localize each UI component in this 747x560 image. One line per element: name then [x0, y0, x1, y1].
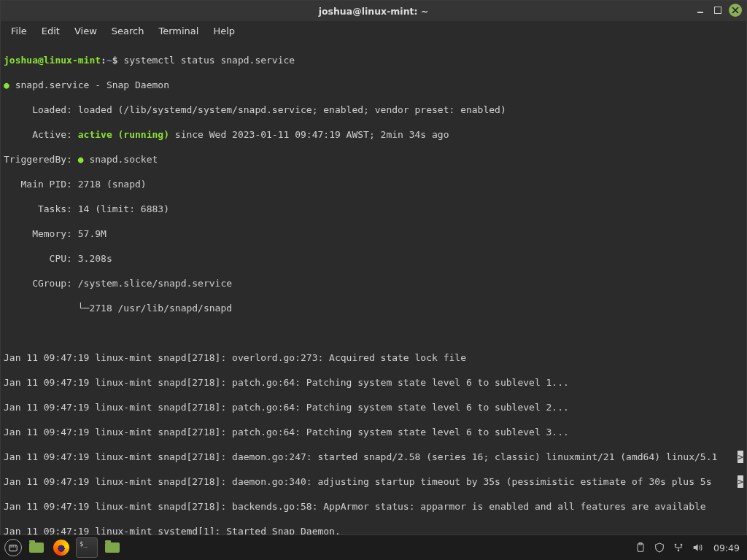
network-tray-icon[interactable]	[673, 542, 684, 553]
titlebar[interactable]: joshua@linux-mint: ~	[1, 1, 746, 21]
line-continuation-marker: >	[738, 451, 743, 463]
folder-icon	[29, 542, 44, 553]
firefox-icon	[53, 540, 69, 556]
folder-icon	[105, 542, 120, 553]
triggeredby-label: TriggeredBy:	[4, 154, 78, 165]
log-line: Jan 11 09:47:19 linux-mint snapd[2718]: …	[4, 351, 743, 364]
svg-point-5	[675, 544, 677, 546]
triggered-bullet-icon: ●	[78, 154, 90, 165]
mainpid-label: Main PID:	[4, 179, 78, 190]
cgroup-child: └─2718 /usr/lib/snapd/snapd	[4, 303, 232, 314]
cpu-label: CPU:	[4, 253, 78, 264]
panel-clock[interactable]: 09:49	[711, 542, 743, 553]
clipboard-tray-icon[interactable]	[635, 542, 646, 553]
menu-file[interactable]: File	[5, 23, 33, 39]
prompt-colon: :	[101, 55, 107, 66]
window-controls	[694, 4, 742, 17]
menubar: File Edit View Search Terminal Help	[1, 21, 746, 40]
tasks-value: 14 (limit: 6883)	[78, 203, 169, 214]
terminal-output[interactable]: joshua@linux-mint:~$ systemctl status sn…	[1, 40, 746, 534]
prompt-path: ~	[107, 55, 112, 66]
firefox-launcher[interactable]	[51, 538, 71, 557]
svg-point-7	[678, 550, 680, 552]
log-line: Jan 11 09:47:19 linux-mint snapd[2718]: …	[4, 476, 717, 487]
active-since: since Wed 2023-01-11 09:47:19 AWST; 2min…	[169, 129, 449, 140]
terminal-taskbar-item[interactable]: $_	[76, 537, 98, 558]
log-line: Jan 11 09:47:19 linux-mint snapd[2718]: …	[4, 401, 743, 413]
menu-edit[interactable]: Edit	[36, 23, 66, 39]
maximize-button[interactable]	[711, 4, 724, 17]
active-label: Active:	[4, 129, 78, 140]
taskbar[interactable]: $_ 09:49	[0, 535, 747, 560]
line-continuation-marker: >	[738, 475, 743, 488]
close-button[interactable]	[729, 4, 742, 17]
unit-header: snapd.service - Snap Daemon	[15, 79, 169, 90]
menu-terminal[interactable]: Terminal	[152, 23, 204, 39]
menu-help[interactable]: Help	[207, 23, 241, 39]
volume-tray-icon[interactable]	[692, 542, 703, 553]
log-line: Jan 11 09:47:19 linux-mint systemd[1]: S…	[4, 525, 743, 534]
triggeredby-value: snapd.socket	[89, 154, 158, 165]
mainpid-value: 2718 (snapd)	[78, 179, 147, 190]
tasks-label: Tasks:	[4, 203, 78, 214]
prompt-dollar: $	[112, 55, 124, 66]
loaded-value: loaded (/lib/systemd/system/snapd.servic…	[78, 104, 506, 115]
entered-command: systemctl status snapd.service	[123, 55, 295, 66]
log-line: Jan 11 09:47:19 linux-mint snapd[2718]: …	[4, 500, 743, 513]
menu-view[interactable]: View	[69, 23, 103, 39]
prompt-user-host: joshua@linux-mint	[4, 55, 101, 66]
show-desktop-button[interactable]	[26, 538, 47, 557]
unit-bullet-icon: ●	[4, 79, 15, 90]
log-line: Jan 11 09:47:19 linux-mint snapd[2718]: …	[4, 426, 743, 438]
log-line: Jan 11 09:47:19 linux-mint snapd[2718]: …	[4, 451, 717, 462]
cgroup-label: CGroup:	[4, 278, 78, 289]
terminal-window: joshua@linux-mint: ~ File Edit View Sear…	[0, 0, 747, 535]
memory-value: 57.9M	[78, 228, 107, 239]
memory-label: Memory:	[4, 228, 78, 239]
start-menu-button[interactable]	[4, 539, 22, 556]
svg-point-6	[681, 544, 683, 546]
cgroup-value: /system.slice/snapd.service	[78, 278, 232, 289]
cpu-value: 3.208s	[78, 253, 112, 264]
minimize-button[interactable]	[694, 4, 707, 17]
window-title: joshua@linux-mint: ~	[319, 6, 429, 17]
log-line: Jan 11 09:47:19 linux-mint snapd[2718]: …	[4, 376, 743, 389]
files-launcher[interactable]	[102, 538, 123, 557]
shield-tray-icon[interactable]	[654, 542, 665, 553]
loaded-label: Loaded:	[4, 104, 78, 115]
menu-search[interactable]: Search	[106, 23, 150, 39]
active-value: active (running)	[78, 129, 169, 140]
